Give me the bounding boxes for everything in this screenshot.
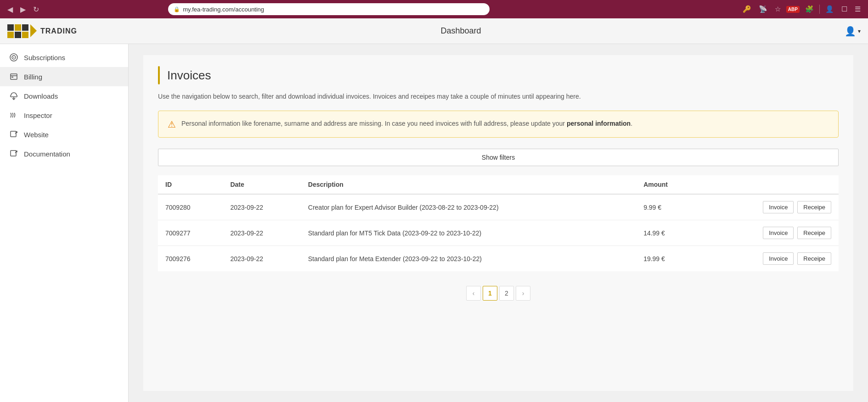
downloads-icon	[9, 92, 18, 100]
page-title-bar: Invoices	[158, 66, 839, 84]
cell-id-2: 7009276	[158, 246, 223, 272]
cell-date-1: 2023-09-22	[223, 220, 300, 246]
col-header-amount: Amount	[636, 175, 700, 194]
table-row: 7009280 2023-09-22 Creator plan for Expe…	[158, 194, 839, 220]
logo-sq-5	[22, 24, 28, 31]
inspector-icon	[9, 111, 18, 119]
documentation-label: Documentation	[24, 150, 70, 158]
logo-triangle	[30, 24, 37, 37]
invoices-table: ID Date Description Amount 7009280 2023-…	[158, 175, 839, 271]
cell-description-0: Creator plan for Expert Advisor Builder …	[301, 194, 636, 220]
pagination: ‹ 1 2 ›	[158, 286, 839, 301]
sidebar-item-documentation[interactable]: Documentation	[0, 144, 128, 163]
table-row: 7009276 2023-09-22 Standard plan for Met…	[158, 246, 839, 272]
cell-actions-2: Invoice Receipe	[700, 246, 839, 272]
billing-label: Billing	[24, 73, 42, 81]
user-menu-button[interactable]: 👤 ▾	[845, 26, 861, 37]
user-dropdown-icon: ▾	[858, 28, 861, 34]
subscriptions-icon	[9, 53, 18, 61]
logo-squares	[7, 24, 37, 38]
logo-text: TRADING	[40, 27, 77, 35]
billing-icon	[9, 73, 18, 81]
invoice-button-1[interactable]: Invoice	[763, 227, 794, 239]
logo-sq-1	[7, 24, 14, 31]
cell-date-0: 2023-09-22	[223, 194, 300, 220]
star-icon[interactable]: ☆	[773, 4, 783, 14]
warning-suffix: .	[631, 120, 632, 127]
cell-date-2: 2023-09-22	[223, 246, 300, 272]
website-label: Website	[24, 131, 49, 139]
sidebar-item-inspector[interactable]: Inspector	[0, 106, 128, 125]
app-title: Dashboard	[77, 26, 845, 36]
back-button[interactable]: ◀	[6, 3, 15, 16]
receipe-button-0[interactable]: Receipe	[797, 201, 831, 213]
page-1-button[interactable]: 1	[483, 286, 497, 301]
invoice-button-0[interactable]: Invoice	[763, 201, 794, 213]
logo-sq-2	[7, 32, 14, 38]
next-page-button[interactable]: ›	[516, 286, 530, 301]
svg-rect-5	[11, 77, 13, 78]
col-header-date: Date	[223, 175, 300, 194]
receipe-button-2[interactable]: Receipe	[797, 252, 831, 265]
app-header: TRADING Dashboard 👤 ▾	[0, 18, 868, 44]
lock-icon: 🔒	[174, 6, 180, 12]
sidebar-item-subscriptions[interactable]: Subscriptions	[0, 48, 128, 67]
warning-text: Personal information like forename, surn…	[181, 118, 632, 128]
cell-description-2: Standard plan for Meta Extender (2023-09…	[301, 246, 636, 272]
table-header: ID Date Description Amount	[158, 175, 839, 194]
cell-amount-0: 9.99 €	[636, 194, 700, 220]
sidebar-item-downloads[interactable]: Downloads	[0, 86, 128, 106]
cell-amount-2: 19.99 €	[636, 246, 700, 272]
address-bar[interactable]: 🔒 my.fea-trading.com/accounting	[168, 3, 490, 15]
cell-actions-1: Invoice Receipe	[700, 220, 839, 246]
browser-toolbar: 🔑 📡 ☆ ABP 🧩 👤 ☐ ☰	[741, 4, 862, 14]
key-icon[interactable]: 🔑	[741, 4, 753, 14]
page-description: Use the navigation below to search, filt…	[158, 92, 839, 101]
extensions-icon[interactable]: 🧩	[803, 4, 816, 14]
logo-sq-6	[22, 32, 28, 38]
browser-chrome: ◀ ▶ ↻ 🔒 my.fea-trading.com/accounting 🔑 …	[0, 0, 868, 18]
window-icon[interactable]: ☐	[840, 4, 849, 14]
abp-badge[interactable]: ABP	[786, 6, 800, 13]
logo: TRADING	[7, 24, 77, 38]
downloads-label: Downloads	[24, 92, 58, 100]
svg-rect-9	[11, 151, 16, 156]
page-2-button[interactable]: 2	[499, 286, 514, 301]
show-filters-button[interactable]: Show filters	[158, 149, 839, 166]
svg-rect-7	[11, 131, 16, 137]
cell-actions-0: Invoice Receipe	[700, 194, 839, 220]
col-header-actions	[700, 175, 839, 194]
cell-description-1: Standard plan for MT5 Tick Data (2023-09…	[301, 220, 636, 246]
user-avatar-icon: 👤	[845, 26, 856, 37]
logo-sq-3	[15, 24, 21, 31]
inspector-label: Inspector	[24, 112, 52, 119]
page-section: Invoices Use the navigation below to sea…	[143, 55, 853, 391]
address-text: my.fea-trading.com/accounting	[183, 6, 264, 13]
warning-banner: ⚠ Personal information like forename, su…	[158, 111, 839, 138]
col-header-id: ID	[158, 175, 223, 194]
title-accent	[158, 66, 160, 84]
refresh-button[interactable]: ↻	[31, 3, 41, 16]
col-header-description: Description	[301, 175, 636, 194]
sidebar-item-website[interactable]: Website	[0, 125, 128, 144]
prev-page-button[interactable]: ‹	[466, 286, 481, 301]
warning-text-before: Personal information like forename, surn…	[181, 120, 565, 127]
cell-amount-1: 14.99 €	[636, 220, 700, 246]
logo-sq-4	[15, 32, 21, 38]
cell-id-0: 7009280	[158, 194, 223, 220]
main-layout: Subscriptions Billing Downloads	[0, 44, 868, 402]
warning-icon: ⚠	[168, 119, 176, 130]
invoice-button-2[interactable]: Invoice	[763, 252, 794, 265]
divider	[819, 5, 820, 14]
receipe-button-1[interactable]: Receipe	[797, 227, 831, 239]
page-title: Invoices	[167, 68, 211, 83]
main-content: Invoices Use the navigation below to sea…	[129, 44, 868, 402]
profile-icon[interactable]: 👤	[823, 4, 836, 14]
cast-icon[interactable]: 📡	[757, 4, 769, 14]
personal-information-link[interactable]: personal information	[567, 120, 631, 127]
sidebar-item-billing[interactable]: Billing	[0, 67, 128, 86]
table-body: 7009280 2023-09-22 Creator plan for Expe…	[158, 194, 839, 271]
menu-icon[interactable]: ☰	[853, 4, 862, 14]
forward-button[interactable]: ▶	[18, 3, 28, 16]
svg-rect-3	[11, 74, 17, 79]
